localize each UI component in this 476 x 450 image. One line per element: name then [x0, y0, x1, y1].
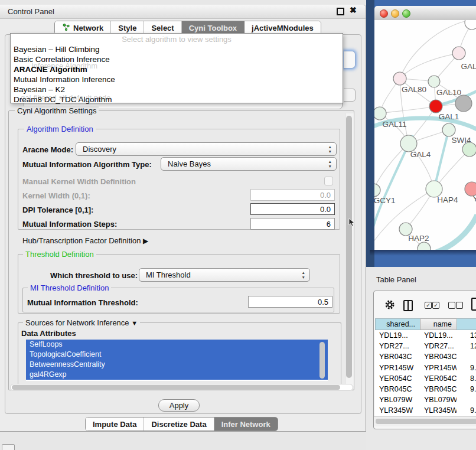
float-window-icon[interactable] — [337, 8, 344, 15]
columns-icon[interactable] — [403, 300, 413, 311]
which-threshold-label: Which threshold to use: — [50, 271, 138, 280]
table-row[interactable]: YDR27...YDR27...12 — [375, 341, 476, 351]
dpi-tolerance-field[interactable]: 0.0 — [250, 203, 335, 215]
node-gal4[interactable] — [400, 135, 417, 152]
expanded-arrow-icon: ▼ — [131, 319, 138, 327]
table-row[interactable]: YBL079WYBL079W — [375, 394, 476, 405]
control-panel-titlebar[interactable] — [0, 5, 366, 19]
zoom-traffic-light[interactable] — [402, 9, 410, 18]
apply-button[interactable]: Apply — [158, 399, 200, 412]
unchecked-checkbox-icon[interactable] — [456, 302, 463, 309]
tab-infer-network[interactable]: Infer Network — [214, 418, 278, 431]
kernel-width-label: Kernel Width (0,1): — [22, 191, 90, 200]
settings-horizontal-scrollbar-thumb[interactable] — [12, 385, 340, 390]
table-cell: YLR345W — [375, 405, 420, 416]
column-header[interactable]: name — [420, 318, 457, 330]
aracne-mode-label: Aracne Mode: — [22, 145, 73, 154]
tab-discretize-data[interactable]: Discretize Data — [144, 418, 214, 431]
table-cell: YBR043C — [375, 351, 420, 362]
table-row[interactable]: YER054CYER054C8. — [375, 373, 476, 384]
node-gal10[interactable] — [428, 76, 440, 87]
sources-title-text: Sources for Network Inference — [25, 318, 129, 327]
window-shadow-strip — [366, 0, 374, 268]
kernel-width-field[interactable]: 0.0 — [250, 189, 335, 201]
column-header[interactable]: shared... — [375, 318, 420, 330]
manual-kernel-checkbox[interactable] — [324, 177, 333, 185]
algorithm-dropdown-popup: Inference Algorithm gal-filtered sif def… — [10, 33, 343, 103]
data-attributes-list[interactable]: SelfLoopsTopologicalCoefficientBetweenne… — [26, 340, 328, 381]
which-threshold-select[interactable]: MI Threshold ▲▼ — [139, 268, 310, 282]
table-row[interactable]: YLR345WYLR345W9. — [375, 405, 476, 416]
ghost-inference-label: Inference Algorithm — [31, 61, 97, 70]
network-graph[interactable]: GALGAL80GAL10GAL1GAL11SWI4GAL4GCY1HAP4YH… — [374, 20, 476, 250]
node[interactable] — [465, 20, 476, 30]
node-label: GCY1 — [374, 196, 395, 205]
node[interactable] — [462, 142, 476, 156]
node-gal11[interactable] — [374, 107, 386, 120]
aracne-mode-select[interactable]: Discovery ▲▼ — [76, 142, 337, 156]
tab-jactivemnodules[interactable]: jActiveMNodules — [244, 21, 321, 34]
stepper-icon: ▲▼ — [302, 270, 305, 280]
node-gal[interactable] — [452, 47, 465, 60]
node-label: GAL4 — [410, 150, 431, 159]
column-header[interactable]: A — [457, 318, 476, 330]
unchecked-checkbox-icon[interactable] — [448, 302, 455, 309]
tab-label: Discretize Data — [151, 420, 206, 429]
node-label: Y — [472, 194, 476, 203]
tab-style[interactable]: Style — [111, 21, 144, 34]
tab-label: Network — [73, 24, 103, 32]
algorithm-option[interactable]: Bayesian – Hill Climbing — [11, 44, 343, 54]
table-row[interactable]: YBR043CYBR043C — [375, 351, 476, 362]
attribute-item[interactable]: TopologicalCoefficient — [26, 350, 328, 360]
table-row[interactable]: YDL19...YDL19...13 — [375, 330, 476, 341]
tab-select[interactable]: Select — [144, 21, 181, 34]
table-cell: YBL079W — [420, 394, 457, 405]
node-label: HAP2 — [408, 234, 429, 243]
algorithm-option[interactable]: Mutual Information Inference — [11, 74, 343, 84]
checked-checkbox-icon[interactable]: ✓ — [425, 302, 432, 309]
close-panel-icon[interactable]: ✖ — [350, 5, 357, 15]
table-cell: YPR145W — [420, 363, 457, 373]
tab-network[interactable]: Network — [55, 21, 111, 34]
attributes-scrollbar-thumb[interactable] — [319, 342, 325, 379]
table-header-row: shared...nameA — [375, 318, 476, 330]
node-hap4[interactable] — [426, 181, 442, 197]
tab-label: Select — [151, 24, 174, 32]
hub-definition-label: Hub/Transcription Factor Definition — [22, 236, 141, 245]
tab-impute-data[interactable]: Impute Data — [86, 418, 144, 431]
checked-checkbox-icon[interactable]: ✓ — [432, 302, 439, 309]
node-gal80[interactable] — [393, 72, 406, 85]
file-icon[interactable] — [471, 298, 476, 311]
table-cell: YDR27... — [420, 341, 457, 351]
collapsed-widget[interactable] — [2, 444, 15, 450]
attribute-item[interactable]: SelfLoops — [26, 340, 328, 350]
node-gcy1[interactable] — [374, 184, 380, 197]
settings-vertical-scrollbar-thumb[interactable] — [346, 116, 352, 378]
node[interactable] — [455, 95, 472, 112]
node-label: GAL — [461, 62, 476, 71]
node-gal1[interactable] — [429, 100, 442, 113]
table-row[interactable]: YBR045CYBR045C9. — [375, 384, 476, 394]
mi-steps-field[interactable]: 6 — [250, 218, 335, 230]
sources-group-title[interactable]: Sources for Network Inference ▼ — [23, 318, 140, 327]
threshold-definition-title: Threshold Definition — [23, 250, 96, 259]
minimize-traffic-light[interactable] — [391, 9, 399, 18]
hub-definition-toggle[interactable]: Hub/Transcription Factor Definition ▶ — [22, 236, 148, 245]
mi-threshold-field[interactable]: 0.5 — [248, 296, 332, 308]
network-window-titlebar[interactable] — [374, 6, 476, 21]
table-horizontal-scrollbar[interactable] — [374, 416, 476, 426]
gear-icon[interactable] — [384, 299, 395, 310]
table-cell: YDL19... — [420, 330, 457, 341]
close-traffic-light[interactable] — [380, 9, 388, 18]
node[interactable] — [418, 242, 431, 250]
mi-threshold-title: MI Threshold Definition — [28, 283, 111, 292]
table-row[interactable]: YPR145WYPR145W9. — [375, 363, 476, 373]
table-cell: 9. — [457, 363, 476, 373]
node-label: GAL11 — [382, 120, 406, 129]
node-swi4[interactable] — [442, 123, 455, 136]
table-horizontal-scrollbar-thumb[interactable] — [376, 419, 476, 424]
attribute-item[interactable]: BetweennessCentrality — [26, 360, 328, 370]
mi-type-select[interactable]: Naive Bayes ▲▼ — [161, 157, 337, 171]
attribute-item[interactable]: gal4RGexp — [26, 370, 328, 380]
tab-cyni-toolbox[interactable]: Cyni Toolbox — [182, 21, 244, 34]
